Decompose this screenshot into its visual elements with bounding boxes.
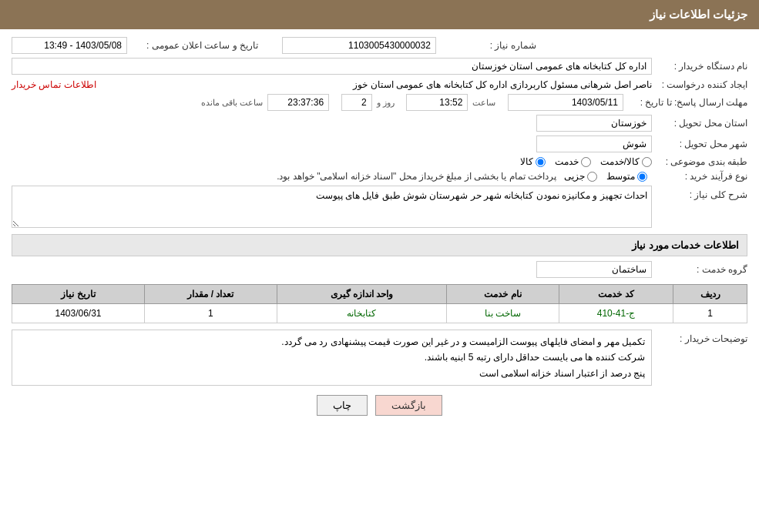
grooh-label: گروه خدمت : — [655, 264, 747, 275]
cell-radif: 1 — [673, 304, 747, 323]
mohlat-label: مهلت ارسال پاسخ: تا تاریخ : — [628, 97, 747, 108]
nooe-jozii: جزیی — [564, 171, 597, 182]
shahr-label: شهر محل تحویل : — [655, 139, 747, 149]
ijad-link[interactable]: اطلاعات تماس خریدار — [12, 79, 96, 90]
tarikh-value: 1403/05/08 - 13:49 — [12, 37, 127, 54]
tabaqe-label-kala-khedmat: کالا/خدمت — [600, 156, 640, 167]
mohlat-row: مهلت ارسال پاسخ: تا تاریخ : 1403/05/11 س… — [12, 94, 747, 111]
col-unit: واحد اندازه گیری — [277, 285, 446, 304]
mohlat-mande-label: ساعت باقی مانده — [201, 98, 263, 108]
cell-code: ج-41-410 — [559, 304, 673, 323]
tabaqe-options: کالا/خدمت خدمت کالا — [520, 156, 652, 167]
nooe-label: نوع فرآیند خرید : — [655, 171, 747, 182]
tabaqe-label-kala: کالا — [520, 156, 533, 167]
tabaqe-radio-khedmat[interactable] — [581, 157, 591, 167]
shomara-value: 1103005430000032 — [282, 37, 436, 54]
desc-value: تکمیل مهر و امضای فایلهای پیوست الزامیست… — [12, 330, 652, 386]
services-title: اطلاعات خدمات مورد نیاز — [12, 234, 747, 256]
cell-count: 1 — [145, 304, 277, 323]
back-button[interactable]: بازگشت — [375, 395, 442, 416]
desc-label: توضیحات خریدار : — [655, 330, 747, 344]
tarikh-label: تاریخ و ساعت اعلان عمومی : — [135, 40, 258, 51]
col-name: نام خدمت — [447, 285, 559, 304]
tabaqe-row: طبقه بندی موضوعی : کالا/خدمت خدمت کالا — [12, 156, 747, 167]
nooe-options: متوسط جزیی — [564, 171, 647, 182]
mohlat-mande: 23:37:36 — [267, 94, 329, 111]
dastgah-value: اداره کل کتابخانه های عمومی استان خوزستا… — [12, 58, 652, 75]
nooe-row: نوع فرآیند خرید : متوسط جزیی پرداخت تمام… — [12, 171, 747, 182]
shomara-label: شماره نیاز : — [444, 40, 536, 51]
table-row: 1 ج-41-410 ساخت بنا کتابخانه 1 1403/06/3… — [12, 304, 747, 323]
services-table: ردیف کد خدمت نام خدمت واحد اندازه گیری ت… — [12, 284, 747, 323]
sharh-row: شرح کلی نیاز : — [12, 186, 747, 228]
ijad-row: ایجاد کننده درخواست : ناصر اصل شرهانی مس… — [12, 79, 747, 90]
nooe-radio-jozii[interactable] — [587, 172, 597, 182]
nooe-label-motovaset: متوسط — [606, 171, 635, 182]
sharh-label: شرح کلی نیاز : — [655, 186, 747, 200]
print-button[interactable]: چاپ — [317, 395, 368, 416]
cell-name: ساخت بنا — [447, 304, 559, 323]
tabaqe-label-khedmat: خدمت — [555, 156, 579, 167]
cell-date: 1403/06/31 — [12, 304, 145, 323]
page-container: جزئیات اطلاعات نیاز شماره نیاز : 1103005… — [0, 0, 759, 532]
mohlat-rooz-label: روز و — [377, 98, 395, 108]
nooe-motovaset: متوسط — [606, 171, 647, 182]
shahr-row: شهر محل تحویل : شوش — [12, 136, 747, 152]
grooh-row: گروه خدمت : ساختمان — [12, 261, 747, 278]
tabaqe-label: طبقه بندی موضوعی : — [655, 156, 747, 167]
page-header: جزئیات اطلاعات نیاز — [0, 0, 759, 29]
page-title: جزئیات اطلاعات نیاز — [650, 8, 747, 21]
nooe-radio-motovaset[interactable] — [637, 172, 647, 182]
cell-unit: کتابخانه — [277, 304, 446, 323]
tabaqe-khedmat: خدمت — [555, 156, 591, 167]
mohlat-saat: 13:52 — [406, 94, 468, 111]
col-date: تاریخ نیاز — [12, 285, 145, 304]
shomara-row: شماره نیاز : 1103005430000032 تاریخ و سا… — [12, 37, 747, 54]
ostan-label: استان محل تحویل : — [655, 118, 747, 129]
ijad-value: ناصر اصل شرهانی مسئول کاربردازی اداره کل… — [105, 79, 652, 90]
desc-row: توضیحات خریدار : تکمیل مهر و امضای فایله… — [12, 330, 747, 386]
tabaqe-radio-kala-khedmat[interactable] — [642, 157, 652, 167]
sharh-value[interactable] — [12, 186, 652, 228]
grooh-value: ساختمان — [536, 261, 652, 278]
dastgah-label: نام دستگاه خریدار : — [655, 61, 747, 72]
content-area: شماره نیاز : 1103005430000032 تاریخ و سا… — [0, 29, 759, 431]
dastgah-row: نام دستگاه خریدار : اداره کل کتابخانه ها… — [12, 58, 747, 75]
col-count: تعداد / مقدار — [145, 285, 277, 304]
nooe-label-jozii: جزیی — [564, 171, 585, 182]
bottom-buttons: بازگشت چاپ — [12, 395, 747, 416]
mohlat-date: 1403/05/11 — [508, 94, 623, 111]
mohlat-saat-label: ساعت — [472, 98, 495, 108]
col-radif: ردیف — [673, 285, 747, 304]
shahr-value: شوش — [536, 136, 652, 152]
mohlat-rooz: 2 — [341, 94, 372, 111]
col-code: کد خدمت — [559, 285, 673, 304]
nooe-desc: پرداخت تمام یا بخشی از مبلغ خریداز محل "… — [277, 171, 556, 182]
tabaqe-kala: کالا — [520, 156, 546, 167]
ijad-label: ایجاد کننده درخواست : — [655, 79, 747, 90]
tabaqe-kala-khedmat: کالا/خدمت — [600, 156, 652, 167]
ostan-value: خوزستان — [536, 115, 652, 132]
ostan-row: استان محل تحویل : خوزستان — [12, 115, 747, 132]
tabaqe-radio-kala[interactable] — [536, 157, 546, 167]
